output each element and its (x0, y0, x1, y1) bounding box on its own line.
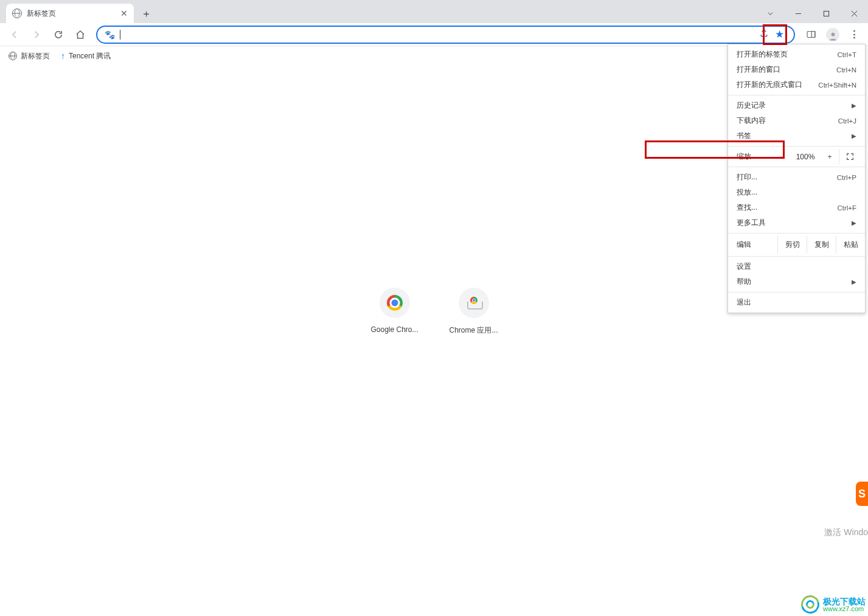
back-button[interactable] (5, 25, 24, 44)
menu-label: 帮助 (737, 277, 751, 287)
shortcut-label: Chrome 应用... (446, 325, 501, 336)
watermark-brand: 极光下载站 (823, 597, 866, 606)
zoom-out-button[interactable]: − (772, 153, 790, 161)
menu-incognito[interactable]: 打开新的无痕式窗口Ctrl+Shift+N (728, 77, 865, 92)
zoom-value: 100% (790, 153, 821, 161)
maximize-button[interactable] (812, 4, 840, 23)
menu-separator (728, 146, 865, 147)
fullscreen-button[interactable] (839, 149, 861, 164)
chrome-logo-icon (387, 295, 403, 311)
tencent-icon: ↑ (61, 51, 65, 61)
address-bar[interactable]: 🐾 ★ (96, 26, 795, 44)
menu-label: 设置 (737, 261, 751, 272)
sogou-ime-tab[interactable]: S (856, 482, 868, 506)
menu-separator (728, 167, 865, 167)
site-icon: 🐾 (105, 30, 115, 40)
menu-label: 打开新的无痕式窗口 (737, 80, 802, 90)
menu-cast[interactable]: 投放... (728, 185, 865, 200)
bookmark-star-icon[interactable]: ★ (775, 28, 784, 41)
shortcut-google-chrome[interactable]: Google Chro... (367, 288, 422, 336)
profile-button[interactable] (823, 25, 842, 44)
apps-icon (467, 296, 481, 310)
menu-help[interactable]: 帮助▶ (728, 274, 865, 289)
edit-copy-button[interactable]: 复制 (807, 236, 836, 254)
shortcut-label: Google Chro... (367, 325, 422, 334)
bookmark-tencent[interactable]: ↑ Tencent 腾讯 (61, 51, 111, 61)
more-menu-button[interactable]: ⋮ (845, 26, 863, 44)
menu-downloads[interactable]: 下载内容Ctrl+J (728, 113, 865, 128)
text-cursor (120, 30, 120, 40)
bookmark-new-tab[interactable]: 新标签页 (9, 51, 50, 61)
share-icon[interactable] (759, 29, 769, 40)
shortcut-circle (380, 288, 410, 318)
menu-shortcut: Ctrl+J (838, 117, 856, 125)
menu-separator (728, 292, 865, 292)
menu-separator (728, 233, 865, 234)
side-panel-button[interactable] (801, 25, 821, 44)
menu-edit-row: 编辑 剪切 复制 粘贴 (728, 236, 865, 254)
menu-label: 查找... (737, 202, 757, 213)
svg-rect-2 (811, 32, 815, 38)
forward-button[interactable] (27, 25, 46, 44)
menu-bookmarks[interactable]: 书签▶ (728, 128, 865, 144)
menu-label: 下载内容 (737, 116, 766, 126)
close-tab-icon[interactable]: ✕ (120, 9, 128, 18)
minimize-button[interactable] (784, 4, 812, 23)
shortcuts-row: Google Chro... Chrome 应用... (367, 288, 501, 336)
activate-windows-watermark: 激活 Windo (824, 527, 868, 538)
menu-shortcut: Ctrl+F (837, 204, 856, 212)
menu-find[interactable]: 查找...Ctrl+F (728, 200, 865, 215)
menu-label: 打开新的标签页 (737, 49, 788, 60)
close-window-button[interactable] (840, 4, 868, 23)
globe-icon (12, 9, 22, 18)
tab-new-tab[interactable]: 新标签页 ✕ (6, 4, 134, 23)
chevron-right-icon: ▶ (852, 102, 856, 109)
menu-label: 编辑 (737, 240, 777, 250)
menu-shortcut: Ctrl+P (837, 174, 856, 181)
globe-icon (9, 52, 17, 60)
chrome-main-menu: 打开新的标签页Ctrl+T 打开新的窗口Ctrl+N 打开新的无痕式窗口Ctrl… (727, 44, 866, 313)
svg-rect-0 (824, 11, 828, 16)
menu-label: 打印... (737, 172, 757, 182)
avatar-icon (826, 28, 839, 41)
bookmark-label: Tencent 腾讯 (69, 51, 111, 61)
menu-label: 投放... (737, 187, 757, 198)
menu-shortcut: Ctrl+Shift+N (818, 81, 856, 89)
menu-exit[interactable]: 退出 (728, 295, 865, 310)
menu-label: 书签 (737, 131, 751, 141)
chevron-right-icon: ▶ (852, 133, 856, 139)
bookmark-label: 新标签页 (21, 51, 50, 61)
watermark-logo: 极光下载站 www.xz7.com (801, 595, 866, 614)
toolbar: 🐾 ★ ⋮ (0, 23, 868, 46)
window-titlebar: 新标签页 ✕ ＋ (0, 0, 868, 23)
menu-history[interactable]: 历史记录▶ (728, 98, 865, 113)
window-controls (756, 4, 868, 23)
menu-new-window[interactable]: 打开新的窗口Ctrl+N (728, 62, 865, 77)
chevron-right-icon: ▶ (852, 220, 856, 226)
menu-shortcut: Ctrl+T (837, 51, 856, 58)
reload-button[interactable] (49, 25, 68, 44)
svg-rect-1 (807, 32, 815, 38)
shortcut-circle (459, 288, 489, 318)
menu-label: 历史记录 (737, 100, 766, 111)
menu-more-tools[interactable]: 更多工具▶ (728, 215, 865, 230)
menu-label: 退出 (737, 297, 751, 308)
shortcut-chrome-apps[interactable]: Chrome 应用... (446, 288, 501, 336)
menu-new-tab[interactable]: 打开新的标签页Ctrl+T (728, 47, 865, 62)
new-tab-button[interactable]: ＋ (137, 5, 155, 22)
menu-label: 打开新的窗口 (737, 64, 780, 75)
menu-separator (728, 95, 865, 95)
edit-paste-button[interactable]: 粘贴 (836, 236, 865, 254)
menu-settings[interactable]: 设置 (728, 259, 865, 274)
menu-print[interactable]: 打印...Ctrl+P (728, 170, 865, 185)
edit-cut-button[interactable]: 剪切 (777, 236, 807, 254)
chevron-right-icon: ▶ (852, 279, 856, 285)
zoom-in-button[interactable]: + (821, 153, 839, 161)
home-button[interactable] (71, 25, 90, 44)
dropdown-tabs-button[interactable] (756, 4, 784, 23)
tab-title: 新标签页 (27, 9, 56, 19)
menu-label: 缩放 (737, 151, 772, 162)
menu-label: 更多工具 (737, 218, 766, 228)
tab-strip: 新标签页 ✕ ＋ (0, 4, 756, 23)
menu-separator (728, 256, 865, 257)
